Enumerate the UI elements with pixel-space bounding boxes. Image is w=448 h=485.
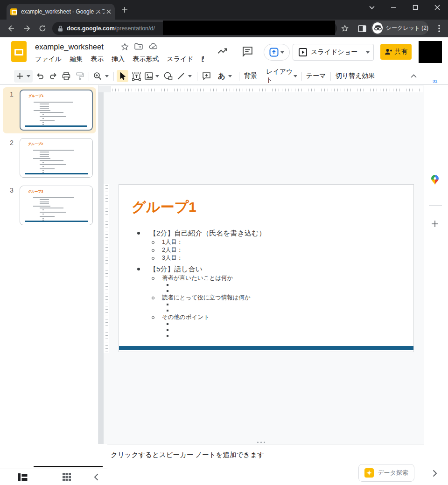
horizontal-ruler [111, 86, 423, 92]
menu-item[interactable]: 配置 [202, 55, 204, 66]
menu-item[interactable]: 挿入 [112, 55, 125, 66]
text-options-icon[interactable]: あ [217, 68, 227, 84]
thumbnail-text-line [40, 112, 63, 113]
slides-logo-icon[interactable] [11, 41, 27, 62]
bottom-view-bar [0, 469, 107, 485]
slideshow-button[interactable]: スライドショー [293, 44, 364, 61]
speaker-notes-placeholder[interactable]: クリックするとスピーカー ノートを追加できます [111, 450, 264, 459]
print-icon[interactable] [61, 68, 71, 84]
menu-item[interactable]: スライド [167, 55, 193, 66]
insert-image-icon[interactable] [144, 68, 154, 84]
theme-button[interactable]: テーマ [305, 68, 327, 84]
slideshow-options-caret[interactable] [362, 44, 374, 61]
bookmark-star-icon[interactable] [339, 22, 351, 35]
line-caret-icon[interactable] [187, 68, 193, 84]
text-options-caret-icon[interactable] [227, 68, 233, 84]
move-folder-icon[interactable] [134, 43, 143, 50]
expand-rail-icon[interactable] [433, 470, 442, 479]
cloud-status-icon[interactable] [149, 43, 158, 49]
bullet-text: 【5分】話し合い [149, 265, 203, 273]
maps-icon[interactable] [431, 175, 441, 184]
tasks-icon[interactable] [431, 126, 441, 135]
slide-bullet-level-3 [133, 333, 406, 339]
line-tool-icon[interactable] [175, 68, 186, 84]
background-button[interactable]: 背景 [243, 68, 259, 84]
speaker-notes-panel[interactable]: クリックするとスピーカー ノートを追加できます データ探索 [107, 444, 424, 485]
incognito-label: シークレット (2) [386, 24, 428, 32]
share-label: 共有 [395, 48, 408, 56]
notes-resize-handle[interactable] [257, 442, 265, 443]
menu-item[interactable]: 表示形式 [133, 55, 159, 66]
menu-item[interactable]: 表示 [91, 55, 104, 66]
slide-title[interactable]: グループ1 [132, 198, 196, 217]
share-button[interactable]: 共有 [380, 44, 412, 60]
select-cursor-icon[interactable] [117, 70, 128, 82]
star-document-icon[interactable] [121, 43, 129, 51]
menu-item[interactable]: 編集 [70, 55, 83, 66]
slide-number: 2 [10, 139, 14, 146]
bullet-marker [167, 310, 168, 312]
present-to-meeting-button[interactable] [264, 44, 290, 61]
keep-icon[interactable] [431, 102, 441, 111]
thumbnail-text-line [34, 110, 51, 111]
calendar-icon[interactable]: 31 [431, 77, 441, 86]
slide-thumbnail[interactable]: グループ1 [20, 90, 93, 131]
bullet-text: 著者が言いたいことは何か [162, 275, 233, 281]
new-tab-icon[interactable] [121, 7, 128, 13]
layout-caret-icon[interactable] [292, 68, 299, 84]
new-slide-caret-icon[interactable] [25, 68, 32, 84]
shape-icon[interactable] [162, 68, 174, 84]
maximize-icon[interactable] [408, 2, 422, 13]
thumbnail-text-line [40, 156, 49, 157]
new-slide-plus-icon[interactable] [15, 68, 24, 84]
reload-icon[interactable] [36, 22, 49, 35]
slide-thumbnail[interactable]: グループ2 [20, 138, 93, 178]
bullet-marker [152, 257, 154, 260]
collapse-filmstrip-icon[interactable] [90, 469, 103, 485]
incognito-badge[interactable]: シークレット (2) [371, 21, 428, 35]
undo-icon[interactable] [35, 68, 45, 84]
redo-icon[interactable] [48, 68, 58, 84]
close-window-icon[interactable] [430, 2, 444, 13]
thumbnail-text-line [42, 170, 44, 171]
thumbnail-text-line [40, 116, 66, 117]
contacts-icon[interactable] [431, 151, 441, 160]
forward-icon[interactable] [21, 22, 34, 35]
chrome-menu-dots-icon[interactable] [433, 22, 445, 35]
app-header: example_worksheet ファイル編集表示挿入表示形式スライド配置 ス… [0, 37, 448, 68]
image-caret-icon[interactable] [154, 68, 161, 84]
zoom-icon[interactable] [92, 68, 103, 84]
comment-history-icon[interactable] [242, 46, 253, 57]
incognito-icon [372, 22, 383, 34]
filmstrip-view-icon[interactable] [17, 469, 29, 485]
browser-tab[interactable]: example_worksheet - Google スラ [7, 4, 115, 20]
thumbnail-text-line [42, 214, 44, 215]
url-host: docs.google.com [67, 25, 115, 32]
paint-format-icon[interactable] [75, 68, 85, 84]
rail-add-icon[interactable] [431, 220, 441, 229]
side-panel-icon[interactable] [356, 22, 368, 35]
layout-button[interactable]: レイアウト [266, 68, 293, 84]
zoom-caret-icon[interactable] [104, 68, 110, 84]
thumbnail-text-line [40, 199, 49, 200]
side-panel-rail: 31 [424, 85, 448, 485]
textbox-icon[interactable] [131, 68, 142, 84]
thumbnail-text-line [42, 162, 44, 163]
back-icon[interactable] [5, 22, 17, 35]
slide-editor[interactable]: グループ1 【2分】自己紹介（氏名を書き込む）1人目：2人目：3人目：【5分】話… [119, 184, 414, 352]
grid-view-icon[interactable] [61, 469, 73, 485]
transition-button[interactable]: 切り替え効果 [335, 68, 375, 84]
activity-trend-icon[interactable] [217, 46, 229, 58]
rail-divider [429, 205, 442, 206]
explore-button[interactable]: データ探索 [358, 464, 414, 482]
slide-body-text[interactable]: 【2分】自己紹介（氏名を書き込む）1人目：2人目：3人目：【5分】話し合い著者が… [133, 228, 406, 339]
insert-comment-icon[interactable] [201, 68, 212, 84]
tab-close-icon[interactable] [106, 9, 111, 14]
slide-thumbnail[interactable]: グループ3 [20, 186, 93, 225]
collapse-menus-icon[interactable] [408, 68, 419, 84]
document-title[interactable]: example_worksheet [35, 42, 104, 51]
menu-item[interactable]: ファイル [35, 55, 62, 66]
chrome-profile-chevron-icon[interactable] [365, 2, 379, 13]
thumbnail-text-line [40, 120, 55, 121]
minimize-icon[interactable] [386, 2, 400, 13]
